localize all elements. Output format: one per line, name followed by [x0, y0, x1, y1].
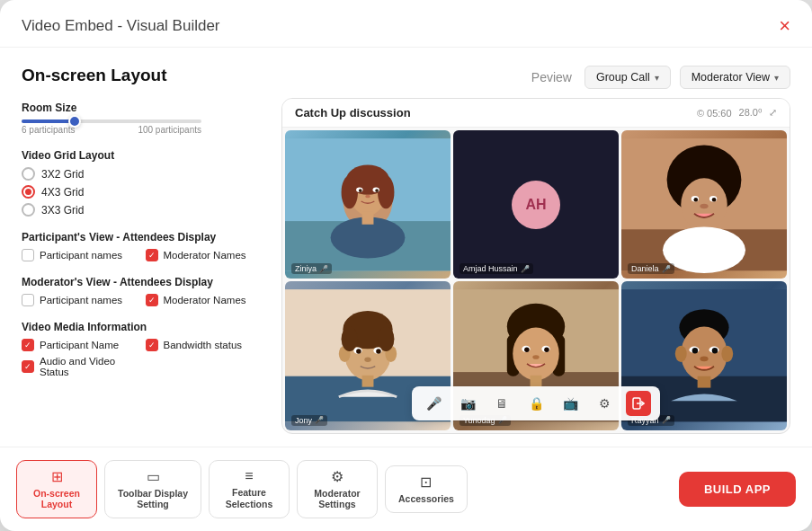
- vm-bandwidth[interactable]: ✓ Bandwidth status: [146, 339, 261, 351]
- participant-1-mic-icon: 🎤: [319, 265, 328, 273]
- toolbar-display-icon: ▭: [147, 468, 160, 485]
- video-time-icon: © 05:60: [697, 108, 732, 119]
- feature-icon: ≡: [245, 468, 253, 484]
- video-expand-icon[interactable]: ⤢: [769, 107, 777, 119]
- pv-participant-names[interactable]: Participant names: [22, 249, 137, 261]
- footer-tab-onscreen[interactable]: ⊞ On-screenLayout: [16, 460, 97, 518]
- svg-rect-62: [698, 376, 711, 388]
- mv-moderator-names-check: ✓: [148, 296, 156, 305]
- onscreen-icon: ⊞: [51, 468, 63, 485]
- video-card-header: Catch Up discussion © 05:60 28.0⁰ ⤢: [282, 99, 790, 128]
- svg-point-21: [712, 198, 717, 202]
- video-grid-label: Video Grid Layout: [22, 149, 260, 162]
- slider-fill: [22, 119, 72, 123]
- vm-av-status[interactable]: ✓ Audio and Video Status: [22, 356, 137, 377]
- radio-3x2[interactable]: 3X2 Grid: [22, 167, 260, 181]
- svg-point-20: [694, 198, 699, 202]
- participant-2-name: Amjad Hussain: [463, 264, 518, 273]
- vm-bandwidth-label: Bandwidth status: [164, 340, 243, 350]
- footer-tab-feature[interactable]: ≡ FeatureSelections: [209, 460, 290, 518]
- group-call-label: Group Call: [596, 71, 650, 84]
- preview-label: Peview: [531, 70, 572, 84]
- modal-body: On-screen Layout Room Size 6 participant…: [0, 48, 812, 434]
- group-call-dropdown[interactable]: Group Call ▾: [584, 66, 671, 89]
- video-cell-3: Daniela 🎤: [621, 130, 787, 279]
- vm-participant-name-check: ✓: [24, 341, 31, 350]
- radio-label-3x3: 3X3 Grid: [41, 204, 84, 217]
- mv-moderator-names-box: ✓: [146, 294, 158, 306]
- radio-circle-3x3: [22, 203, 35, 217]
- svg-point-54: [681, 327, 727, 382]
- video-card-title: Catch Up discussion: [295, 106, 411, 119]
- svg-point-9: [359, 189, 362, 192]
- footer-tab-toolbar[interactable]: ▭ Toolbar DisplaySetting: [104, 460, 201, 518]
- room-size-slider[interactable]: [22, 119, 201, 123]
- moderator-view-label: Moderator's View - Attendees Display: [22, 276, 260, 288]
- svg-point-32: [378, 327, 394, 352]
- moderator-view-checkboxes: Participant names ✓ Moderator Names: [22, 294, 260, 306]
- accessories-icon: ⊡: [420, 473, 432, 491]
- room-size-label: Room Size: [22, 102, 260, 114]
- radio-circle-4x3: [22, 185, 35, 199]
- svg-point-5: [342, 176, 358, 209]
- mv-participant-names-label: Participant names: [40, 295, 122, 305]
- mv-participant-names-box: [22, 294, 34, 306]
- slider-thumb: [68, 115, 81, 128]
- preview-bar: Peview Group Call ▾ Moderator View ▾: [281, 66, 790, 89]
- toolbar-settings-icon[interactable]: ⚙: [592, 391, 617, 416]
- close-button[interactable]: ×: [779, 16, 790, 36]
- toolbar-mic-icon[interactable]: 🎤: [421, 391, 446, 416]
- vm-participant-name-box: ✓: [22, 339, 34, 351]
- video-media-label: Video Media Information: [22, 321, 260, 333]
- footer-tab-moderator[interactable]: ⚙ ModeratorSettings: [297, 460, 378, 518]
- pv-participant-names-box: [22, 249, 34, 261]
- moderator-view-dropdown[interactable]: Moderator View ▾: [680, 66, 790, 89]
- right-panel: Peview Group Call ▾ Moderator View ▾ Cat…: [281, 66, 790, 434]
- vm-participant-name[interactable]: ✓ Participant Name: [22, 339, 137, 351]
- toolbar-screen2-icon[interactable]: 📺: [558, 391, 583, 416]
- mv-moderator-names[interactable]: ✓ Moderator Names: [146, 294, 261, 306]
- toolbar-lock-icon[interactable]: 🔒: [523, 391, 549, 416]
- moderator-view-label: Moderator View: [692, 71, 770, 84]
- svg-point-22: [700, 204, 708, 209]
- group-call-chevron: ▾: [655, 73, 659, 83]
- toolbar-screen-share-icon[interactable]: 🖥: [489, 391, 514, 416]
- video-grid: Ziniya 🎤 AH Amjad Hussain 🎤: [282, 128, 790, 433]
- toolbar-camera-icon[interactable]: 📷: [455, 391, 480, 416]
- radio-4x3[interactable]: 4X3 Grid: [22, 185, 260, 199]
- accessories-label: Accessories: [398, 493, 454, 505]
- video-grid-radio-group: 3X2 Grid 4X3 Grid 3X3 Grid: [22, 167, 260, 217]
- section-main-title: On-screen Layout: [22, 66, 260, 85]
- mv-participant-names[interactable]: Participant names: [22, 294, 137, 306]
- slider-max-label: 100 participants: [138, 125, 201, 135]
- participant-2-mic-icon: 🎤: [521, 265, 530, 273]
- toolbar-overlay: 🎤 📷 🖥 🔒 📺 ⚙: [412, 386, 660, 420]
- video-cell-1: Ziniya 🎤: [285, 130, 451, 279]
- modal-header: Video Embed - Visual Builder ×: [0, 0, 812, 48]
- svg-point-59: [692, 348, 698, 353]
- svg-point-55: [675, 346, 687, 362]
- avatar-circle: AH: [512, 181, 560, 229]
- footer-tab-accessories[interactable]: ⊡ Accessories: [385, 465, 468, 513]
- svg-point-61: [700, 357, 708, 362]
- participant-view-section: Participant's View - Attendees Display P…: [22, 231, 260, 261]
- room-size-section: Room Size 6 participants 100 participant…: [22, 102, 260, 135]
- radio-3x3[interactable]: 3X3 Grid: [22, 203, 260, 217]
- build-app-button[interactable]: BUILD APP: [679, 472, 796, 507]
- moderator-view-section: Moderator's View - Attendees Display Par…: [22, 276, 260, 306]
- svg-point-36: [376, 350, 381, 355]
- svg-point-47: [524, 348, 530, 353]
- svg-point-35: [356, 350, 361, 355]
- pv-moderator-names-check: ✓: [148, 252, 156, 260]
- mv-moderator-names-label: Moderator Names: [164, 295, 246, 305]
- video-grid-layout-section: Video Grid Layout 3X2 Grid 4X3 Grid: [22, 149, 260, 217]
- participant-3-mic-icon: 🎤: [662, 265, 671, 273]
- participant-4-name: Jony: [295, 416, 312, 425]
- left-panel: On-screen Layout Room Size 6 participant…: [22, 66, 260, 434]
- pv-moderator-names[interactable]: ✓ Moderator Names: [146, 249, 261, 261]
- pv-moderator-names-label: Moderator Names: [164, 250, 246, 261]
- svg-rect-38: [362, 376, 374, 387]
- toolbar-exit-icon[interactable]: [626, 391, 651, 416]
- vm-av-status-label: Audio and Video Status: [40, 356, 137, 377]
- radio-label-4x3: 4X3 Grid: [41, 186, 84, 199]
